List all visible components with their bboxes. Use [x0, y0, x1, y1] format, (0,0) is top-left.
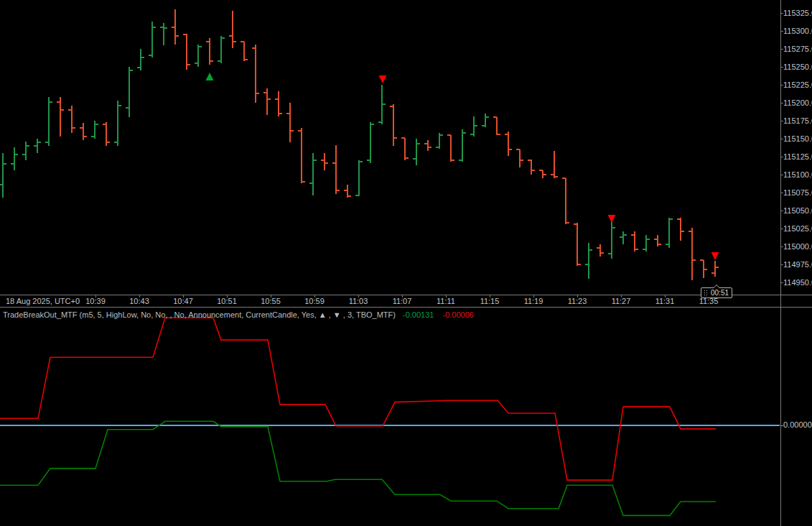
countdown-dots-icon: [704, 290, 709, 296]
time-axis-label: 10:59: [299, 297, 330, 305]
time-axis-label: 10:51: [211, 297, 243, 305]
price-axis-label: 115025.00: [783, 223, 812, 235]
price-axis-label: 115275.00: [783, 44, 812, 55]
price-axis-label: 115300.00: [783, 26, 812, 37]
price-axis-label: 115325.00: [783, 8, 812, 19]
indicator-value-red: -0.00006: [443, 310, 474, 319]
indicator-header: TradeBreakOut_MTF (m5, 5, HighLow, No, N…: [3, 310, 474, 319]
price-axis-label: 115225.00: [783, 80, 812, 91]
date-label: 18 Aug 2025, UTC+0: [6, 297, 80, 305]
price-axis-label: 115050.00: [783, 206, 812, 217]
time-axis-label: 11:07: [386, 297, 418, 305]
price-axis-label: 115175.00: [783, 116, 812, 127]
price-axis-label: 115200.00: [783, 98, 812, 109]
time-axis-label: 10:39: [80, 297, 111, 305]
countdown-text: 00:51: [711, 289, 729, 297]
time-axis-label: 10:43: [123, 297, 155, 305]
price-axis-label: 115150.00: [783, 134, 812, 145]
price-axis-label: 115125.00: [783, 152, 812, 163]
indicator-title: TradeBreakOut_MTF (m5, 5, HighLow, No, N…: [3, 310, 396, 319]
time-axis-label: 11:15: [474, 297, 505, 305]
time-axis-label: 11:23: [561, 297, 593, 305]
price-axis-label: 115000.00: [783, 241, 812, 253]
time-axis-label: 10:55: [255, 297, 286, 305]
time-axis-label: 11:31: [649, 297, 681, 305]
time-axis-label: 11:27: [605, 297, 637, 305]
price-axis-label: 115100.00: [783, 170, 812, 181]
candle-countdown: 00:51: [701, 287, 732, 298]
axis-lines: [0, 0, 812, 526]
time-axis-label: 11:19: [518, 297, 549, 305]
price-axis-label: 115075.00: [783, 188, 812, 199]
ohlc-bars: [0, 9, 719, 280]
price-axis-label: 115250.00: [783, 62, 812, 73]
price-axis-label: 114950.00: [783, 277, 812, 289]
time-axis-label: 11:03: [342, 297, 374, 305]
indicator-lines: [0, 318, 780, 515]
indicator-zero-label: 0.00000: [783, 420, 812, 429]
indicator-value-green: -0.00131: [403, 310, 434, 319]
time-axis-label: 11:11: [430, 297, 462, 305]
mt4-chart-window: 115325.00115300.00115275.00115250.001152…: [0, 0, 812, 526]
countdown-notch-icon: [713, 285, 720, 288]
price-axis-label: 114975.00: [783, 259, 812, 271]
chart-canvas[interactable]: [0, 0, 812, 526]
signal-arrows: [206, 73, 719, 260]
time-axis-label: 10:47: [167, 297, 199, 305]
